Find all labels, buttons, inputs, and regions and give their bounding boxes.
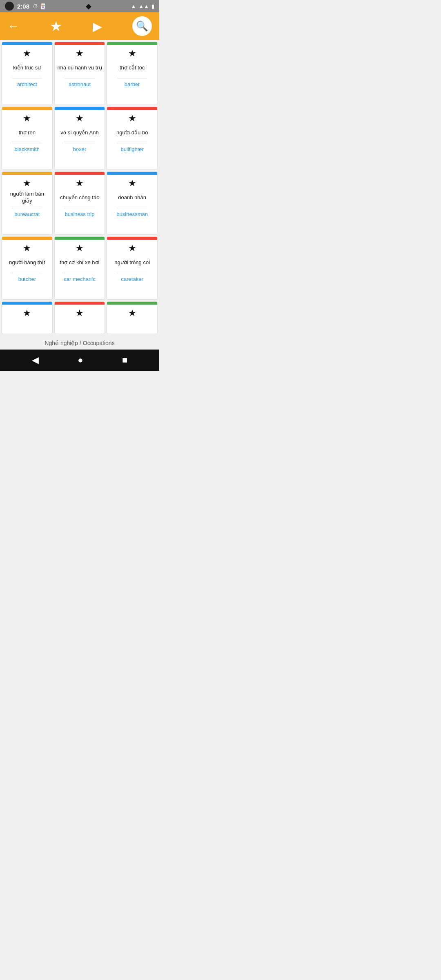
card-color-bar (107, 172, 157, 175)
card-star: ★ (23, 308, 31, 318)
card-english: car mechanic (61, 276, 98, 282)
card-english: blacksmith (12, 146, 42, 152)
card-item[interactable]: ★ chuyến công tác business trip (54, 172, 105, 235)
card-divider (12, 208, 42, 208)
card-color-bar (55, 107, 105, 110)
card-color-bar (55, 42, 105, 45)
status-bar: 2:08 ⏱ 🃏 ◆ ▲ ▲▲ ▮ (0, 0, 159, 12)
card-item[interactable]: ★ thợ cơ khí xe hơi car mechanic (54, 236, 105, 300)
card-star: ★ (128, 113, 136, 124)
card-star: ★ (128, 48, 136, 59)
card-item[interactable]: ★ người đấu bò bullfighter (107, 107, 158, 170)
card-star: ★ (128, 243, 136, 254)
card-star: ★ (23, 243, 31, 254)
signal-icon: ▲▲ (138, 3, 149, 9)
card-color-bar (107, 237, 157, 240)
card-vietnamese: thợ rèn (16, 125, 38, 140)
card-divider (117, 143, 147, 143)
card-english: butcher (16, 276, 38, 282)
top-bar: ← ★ ▶ 🔍 (0, 12, 159, 40)
card-star: ★ (76, 178, 84, 189)
card-vietnamese: doanh nhân (116, 190, 149, 205)
card-english: astronaut (66, 81, 93, 87)
star-button[interactable]: ★ (50, 18, 62, 34)
card-divider (65, 143, 95, 143)
search-button[interactable]: 🔍 (132, 16, 152, 36)
card-item[interactable]: ★ (54, 301, 105, 334)
card-english: boxer (71, 146, 89, 152)
card-star: ★ (76, 308, 84, 318)
card-color-bar (55, 237, 105, 240)
card-english: bureaucrat (12, 211, 42, 217)
nav-home-button[interactable]: ● (78, 355, 83, 365)
card-english: business trip (62, 211, 97, 217)
status-right-icons: ▲ ▲▲ ▮ (131, 3, 154, 9)
nav-back-button[interactable]: ◀ (32, 355, 39, 365)
notification-icon: ⏱ 🃏 (33, 3, 46, 9)
card-item[interactable]: ★ thợ rèn blacksmith (2, 107, 53, 170)
card-divider (12, 143, 42, 143)
card-vietnamese: người làm bàn giấy (2, 190, 52, 205)
card-star: ★ (128, 178, 136, 189)
card-item[interactable]: ★ người làm bàn giấy bureaucrat (2, 172, 53, 235)
card-item[interactable]: ★ nhà du hành vũ trụ astronaut (54, 42, 105, 105)
card-star: ★ (128, 308, 136, 318)
nav-square-button[interactable]: ■ (122, 355, 127, 365)
card-star: ★ (76, 243, 84, 254)
back-button[interactable]: ← (7, 19, 20, 33)
bottom-label: Nghề nghiệp / Occupations (0, 336, 159, 350)
card-vietnamese: thợ cơ khí xe hơi (58, 255, 102, 270)
card-grid: ★ kiến trúc sư architect ★ nhà du hành v… (0, 40, 159, 336)
card-color-bar (2, 42, 52, 45)
card-star: ★ (23, 48, 31, 59)
card-divider (12, 78, 42, 78)
card-color-bar (2, 237, 52, 240)
card-vietnamese: võ sĩ quyền Anh (58, 125, 101, 140)
card-item[interactable]: ★ người trông coi caretaker (107, 236, 158, 300)
battery-icon: ▮ (151, 3, 154, 9)
card-vietnamese: thợ cắt tóc (117, 60, 147, 75)
play-button[interactable]: ▶ (93, 19, 102, 33)
card-color-bar (2, 172, 52, 175)
card-divider (117, 78, 147, 78)
card-vietnamese: người trông coi (112, 255, 152, 270)
card-divider (12, 273, 42, 273)
card-divider (117, 273, 147, 273)
card-english: barber (122, 81, 143, 87)
card-item[interactable]: ★ doanh nhân businessman (107, 172, 158, 235)
card-color-bar (107, 107, 157, 110)
card-star: ★ (76, 48, 84, 59)
nav-bar: ◀ ● ■ (0, 350, 159, 371)
card-item[interactable]: ★ (107, 301, 158, 334)
card-english: businessman (114, 211, 150, 217)
card-divider (65, 78, 95, 78)
status-center-icon: ◆ (86, 2, 91, 11)
card-color-bar (107, 42, 157, 45)
card-star: ★ (76, 113, 84, 124)
card-english: bullfighter (118, 146, 146, 152)
card-divider (65, 273, 95, 273)
card-english: caretaker (119, 276, 146, 282)
card-star: ★ (23, 178, 31, 189)
card-divider (65, 208, 95, 208)
card-color-bar (55, 172, 105, 175)
card-vietnamese: người đấu bò (114, 125, 151, 140)
card-vietnamese: chuyến công tác (58, 190, 101, 205)
card-item[interactable]: ★ người hàng thịt butcher (2, 236, 53, 300)
card-item[interactable]: ★ thợ cắt tóc barber (107, 42, 158, 105)
search-icon: 🔍 (136, 20, 148, 32)
card-color-bar (2, 107, 52, 110)
card-vietnamese: kiến trúc sư (11, 60, 43, 75)
card-vietnamese: người hàng thịt (7, 255, 47, 270)
card-item[interactable]: ★ (2, 301, 53, 334)
card-english: architect (15, 81, 40, 87)
status-dot (5, 2, 14, 11)
card-divider (117, 208, 147, 208)
card-item[interactable]: ★ kiến trúc sư architect (2, 42, 53, 105)
status-time: 2:08 (17, 3, 29, 10)
status-left: 2:08 ⏱ 🃏 (5, 2, 46, 11)
card-item[interactable]: ★ võ sĩ quyền Anh boxer (54, 107, 105, 170)
card-vietnamese: nhà du hành vũ trụ (55, 60, 104, 75)
wifi-icon: ▲ (131, 3, 136, 9)
card-star: ★ (23, 113, 31, 124)
